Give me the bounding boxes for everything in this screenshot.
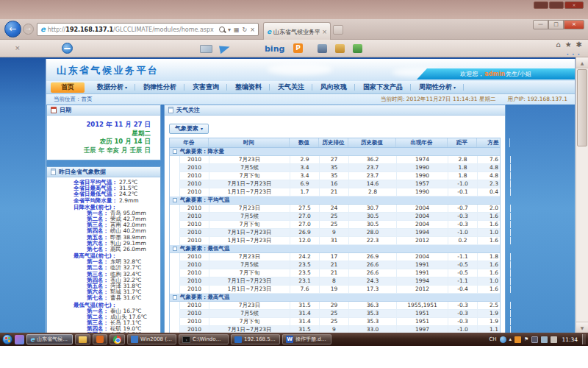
group-checkbox[interactable]	[173, 247, 177, 251]
table-cell: 3.4	[290, 172, 320, 180]
photo-icon[interactable]	[200, 45, 212, 53]
address-bar-icons: ▾ ▦ ↻ ×	[219, 26, 255, 33]
weather-panel-title: 昨日全省气象数据	[59, 168, 106, 176]
p-app-icon[interactable]: P	[293, 43, 303, 53]
background-minimize-button[interactable]	[534, 1, 548, 9]
folder-icon	[79, 336, 87, 343]
toolbar-more-dots[interactable]: • • •	[567, 52, 581, 57]
nav-item-wind-rose[interactable]: 风向玫瑰	[312, 81, 355, 93]
background-maximize-button[interactable]	[549, 1, 564, 9]
camera-icon[interactable]	[318, 44, 327, 53]
caret-tray-icon[interactable]: ▴	[509, 337, 512, 342]
table-row: 20101月1日~7月23日1.7212.81990-0.10.4	[179, 188, 500, 197]
gear-icon[interactable]: ✱	[576, 40, 582, 49]
group-checkbox[interactable]	[173, 198, 177, 202]
meteorological-element-button[interactable]: 气象要素▾	[169, 124, 209, 134]
nav-item-weather-watch[interactable]: 天气关注	[270, 81, 312, 93]
taskbar-button-cmd[interactable]: ›C:\Windows\s...	[179, 334, 229, 344]
effects-icon[interactable]	[335, 44, 345, 53]
taskbar-button-chrome[interactable]	[110, 334, 125, 344]
table-cell: 2010	[180, 269, 209, 277]
paper-plane-icon[interactable]	[219, 44, 231, 54]
scroll-down-icon[interactable]: ▼	[576, 322, 588, 333]
display-tray-icon[interactable]	[531, 336, 538, 343]
table-cell: 2010	[180, 261, 209, 269]
network-tray-icon[interactable]	[541, 336, 548, 343]
table-cell: 30.5	[349, 221, 397, 228]
lang-tray-icon[interactable]: CH	[489, 337, 496, 342]
nav-item-periodicity-analysis[interactable]: 周期性分析▾	[411, 81, 464, 93]
browser-tab[interactable]: e 山东省气候业务平... ×	[263, 22, 331, 40]
show-desktop-button[interactable]	[582, 334, 586, 344]
quick-launch-icon[interactable]	[15, 335, 24, 344]
vs-icon	[96, 336, 104, 343]
table-cell: 1990	[397, 188, 448, 196]
home-icon[interactable]: ⌂	[556, 40, 560, 49]
taskbar-button-rdp[interactable]: 192.168.58.99...	[231, 334, 280, 344]
nav-item-rhythm-analysis[interactable]: 韵律性分析	[135, 81, 184, 93]
calendar-icon	[51, 107, 57, 113]
table-cell: 30.5	[349, 213, 397, 220]
table-cell: 1月1日~7月23日	[209, 237, 290, 244]
nav-item-compiled-data[interactable]: 整编资料	[227, 81, 270, 93]
scroll-up-icon[interactable]: ▲	[576, 57, 588, 68]
nav-item-home[interactable]: 首页	[51, 82, 85, 93]
addons-icon[interactable]	[353, 44, 362, 53]
table-cell: 1951	[397, 318, 448, 325]
compat-view-icon[interactable]: ▦	[234, 26, 240, 33]
scrollbar-thumb[interactable]	[577, 69, 587, 146]
forward-button[interactable]: →	[23, 24, 34, 35]
taskbar-button-folder[interactable]	[75, 334, 90, 344]
table-cell: 21	[320, 269, 349, 277]
address-bar[interactable]: e http://192.168.137.1/GLCCLIMATE/module…	[37, 23, 259, 36]
taskbar-button-vs[interactable]	[93, 334, 107, 344]
table-cell: 4.8	[478, 172, 511, 180]
back-button[interactable]: ←	[4, 21, 21, 38]
weather-stats: 全省日平均气温：27.5℃全省日最高气温：31.5℃全省日最低气温：24.2℃全…	[47, 177, 160, 333]
favorites-star-icon[interactable]: ★	[565, 40, 572, 49]
chevron-down-icon[interactable]: ▾	[228, 26, 231, 33]
nav-item-national-products[interactable]: 国家下发产品	[355, 81, 411, 93]
chevron-down-icon: ▾	[125, 85, 127, 90]
table-cell: 1974	[397, 156, 448, 163]
table-cell: 7月1日~7月23日	[209, 277, 290, 285]
group-checkbox[interactable]	[173, 149, 177, 154]
table-cell: 14.6	[349, 180, 397, 188]
nav-item-disaster-query[interactable]: 灾害查询	[184, 81, 227, 93]
search-icon[interactable]	[219, 26, 225, 32]
new-tab-button[interactable]	[333, 25, 343, 35]
taskbar-button-win[interactable]: Win2008 (VS2...	[127, 334, 176, 344]
taskbar-button-ie[interactable]: e山东省气候业...	[26, 334, 73, 344]
refresh-icon[interactable]: ↻	[243, 26, 248, 33]
taskbar-clock[interactable]: 11:34	[562, 336, 578, 343]
volume-tray-icon[interactable]	[551, 336, 557, 343]
stop-icon[interactable]: ×	[250, 26, 255, 33]
browser-chrome: ← → e http://192.168.137.1/GLCCLIMATE/mo…	[0, 19, 588, 40]
table-cell: -0.5	[448, 261, 478, 269]
tab-close-icon[interactable]: ×	[322, 29, 327, 35]
msn-tray-icon[interactable]	[500, 336, 506, 343]
rank-line: 第七名：曹县 31.6℃	[47, 295, 159, 301]
toolbar-close-icon[interactable]: ×	[15, 44, 21, 52]
table-row: 20101月1日~7月23日7.61917.32012-0.41.6	[179, 286, 500, 294]
start-button[interactable]	[2, 334, 12, 344]
nav-item-data-analysis[interactable]: 数据分析▾	[89, 81, 135, 93]
table-row: 20107月1日~7月23日23.1824.31994-1.11.0	[179, 277, 500, 286]
background-close-button[interactable]: ×	[564, 1, 584, 9]
close-button[interactable]: ×	[564, 20, 584, 29]
group-title: 气象要素：最低气温	[180, 245, 230, 252]
group-checkbox[interactable]	[173, 295, 177, 300]
minimize-button[interactable]: —	[533, 20, 548, 29]
flag-tray-icon[interactable]: ⚑	[524, 337, 528, 342]
taskbar-button-word[interactable]: W操作手册.docx ...	[282, 334, 331, 344]
table-row: 20107月5候23.52126.61991-0.51.6	[179, 261, 500, 269]
table-cell: 22.3	[349, 237, 397, 244]
toolbar-logo-icon[interactable]	[62, 43, 73, 54]
vertical-scrollbar[interactable]: ▲ ▼	[576, 57, 588, 333]
table-cell: 1994	[397, 229, 448, 236]
upload-tray-icon[interactable]	[514, 336, 521, 343]
bing-logo[interactable]: bing	[265, 44, 284, 54]
table-cell: 1991	[397, 261, 448, 269]
maximize-button[interactable]: □	[548, 20, 564, 29]
table-cell: 31.5	[290, 302, 320, 309]
